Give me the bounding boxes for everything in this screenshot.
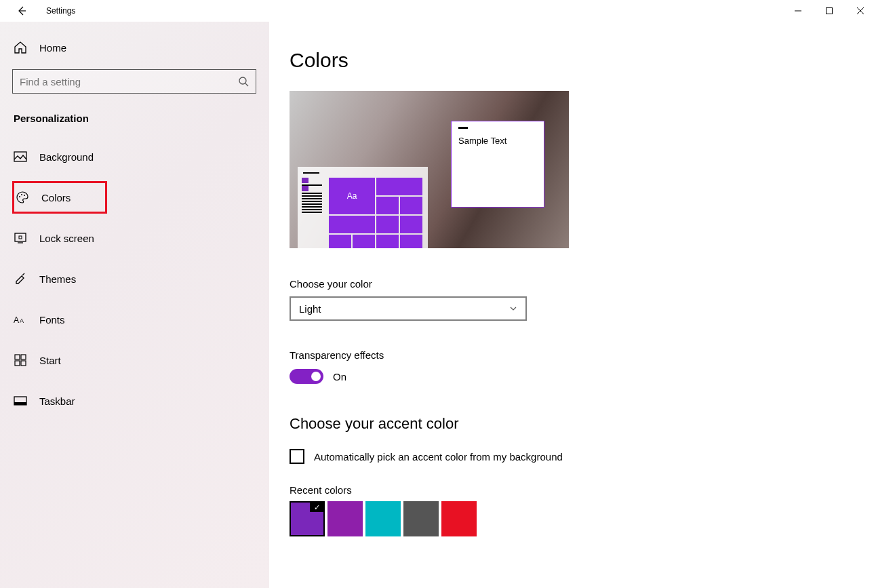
preview-sample-window: Sample Text (451, 121, 544, 208)
auto-accent-checkbox[interactable] (290, 449, 304, 464)
sidebar-item-start[interactable]: Start (12, 344, 256, 376)
lock-screen-icon (14, 231, 27, 245)
sidebar-home[interactable]: Home (12, 35, 256, 62)
transparency-label: Transparency effects (290, 349, 876, 361)
preview-start-panel: Aa (298, 167, 428, 248)
svg-rect-12 (15, 361, 20, 366)
sidebar-item-colors[interactable]: Colors (12, 181, 107, 214)
start-icon (14, 353, 27, 367)
fonts-icon: AA (14, 313, 27, 326)
back-arrow-icon (16, 5, 27, 16)
svg-rect-10 (15, 355, 20, 359)
svg-point-1 (239, 77, 246, 84)
svg-rect-6 (15, 233, 26, 241)
chevron-down-icon (509, 305, 517, 313)
taskbar-icon (14, 394, 27, 408)
sidebar-item-label: Themes (39, 273, 76, 285)
color-swatch[interactable] (327, 501, 363, 536)
minimize-button[interactable] (782, 0, 814, 22)
sidebar-item-fonts[interactable]: AA Fonts (12, 303, 256, 336)
sidebar-section-title: Personalization (14, 113, 256, 124)
sidebar-item-label: Taskbar (39, 395, 75, 407)
sidebar-item-lock-screen[interactable]: Lock screen (12, 222, 256, 254)
svg-text:A: A (14, 315, 19, 325)
page-title: Colors (290, 49, 876, 72)
recent-colors: ✓ (290, 501, 876, 536)
maximize-button[interactable] (814, 0, 845, 22)
sidebar-item-label: Start (39, 355, 61, 366)
color-swatch[interactable] (441, 501, 477, 536)
app-title: Settings (46, 6, 75, 16)
back-button[interactable] (11, 0, 33, 22)
color-swatch[interactable] (403, 501, 439, 536)
sidebar-nav: Background Colors Lock screen Themes AA … (12, 140, 256, 417)
choose-color-value: Light (299, 303, 321, 315)
svg-rect-7 (19, 236, 22, 239)
sidebar-item-label: Background (39, 151, 94, 163)
svg-rect-13 (21, 361, 26, 366)
svg-rect-0 (827, 8, 833, 14)
sidebar-item-background[interactable]: Background (12, 140, 256, 173)
sidebar-item-themes[interactable]: Themes (12, 262, 256, 295)
transparency-toggle[interactable] (290, 369, 323, 384)
svg-point-3 (19, 196, 20, 197)
svg-point-4 (21, 194, 22, 195)
sidebar-home-label: Home (39, 42, 66, 54)
close-icon (857, 7, 864, 14)
minimize-icon (795, 7, 801, 14)
sidebar-item-taskbar[interactable]: Taskbar (12, 385, 256, 417)
picture-icon (14, 150, 27, 163)
sidebar-item-label: Lock screen (39, 233, 94, 244)
color-swatch[interactable]: ✓ (290, 501, 325, 536)
palette-icon (16, 191, 29, 204)
search-input[interactable] (20, 76, 238, 87)
transparency-state: On (333, 371, 346, 383)
preview-sample-text: Sample Text (458, 136, 537, 146)
choose-color-label: Choose your color (290, 278, 876, 290)
svg-text:A: A (20, 317, 24, 324)
search-icon (238, 76, 249, 87)
recent-colors-label: Recent colors (290, 484, 876, 496)
maximize-icon (826, 7, 833, 14)
themes-icon (14, 272, 27, 286)
main-content: Colors Aa (269, 22, 876, 588)
accent-heading: Choose your accent color (290, 415, 876, 433)
color-preview: Aa Sample Text (290, 91, 569, 248)
choose-color-dropdown[interactable]: Light (290, 296, 527, 321)
svg-rect-15 (14, 402, 26, 405)
svg-rect-11 (21, 355, 26, 359)
preview-tile-aa: Aa (329, 178, 375, 214)
check-icon: ✓ (310, 503, 323, 512)
svg-point-5 (24, 195, 25, 196)
sidebar-item-label: Colors (41, 192, 71, 203)
sidebar: Home Personalization Background Colors L… (0, 22, 269, 588)
close-button[interactable] (845, 0, 876, 22)
search-box[interactable] (12, 69, 256, 94)
sidebar-item-label: Fonts (39, 314, 65, 326)
home-icon (14, 41, 27, 54)
auto-accent-label: Automatically pick an accent color from … (314, 451, 563, 463)
color-swatch[interactable] (365, 501, 401, 536)
